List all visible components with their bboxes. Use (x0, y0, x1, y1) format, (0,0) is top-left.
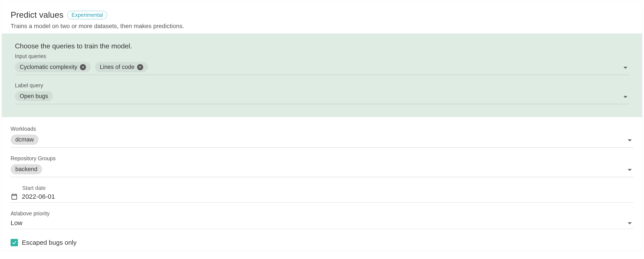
chip-lines-of-code: Lines of code ✕ (95, 62, 148, 72)
chip-dcmaw: dcmaw (10, 134, 39, 145)
chip-label: Open bugs (20, 93, 48, 100)
start-date-label: Start date (22, 185, 634, 191)
escaped-bugs-checkbox[interactable] (10, 239, 18, 246)
repo-groups-label: Repository Groups (10, 155, 634, 162)
chip-label: backend (15, 166, 37, 172)
experimental-badge: Experimental (68, 11, 107, 19)
training-heading: Choose the queries to train the model. (15, 42, 629, 50)
input-queries-select[interactable]: Cyclomatic complexity ✕ Lines of code ✕ (15, 61, 629, 75)
close-icon[interactable]: ✕ (80, 64, 86, 70)
page-subtitle: Trains a model on two or more datasets, … (10, 23, 634, 30)
escaped-bugs-row: Escaped bugs only (10, 237, 634, 248)
chip-open-bugs: Open bugs (15, 91, 53, 101)
priority-select[interactable]: Low (10, 218, 634, 229)
input-queries-label: Input queries (15, 53, 629, 60)
start-date-input[interactable]: 2022-06-01 (10, 192, 634, 202)
escaped-bugs-label: Escaped bugs only (22, 239, 77, 246)
chevron-down-icon[interactable] (628, 222, 632, 224)
repo-groups-select[interactable]: backend (10, 163, 634, 177)
predict-values-panel: Predict values Experimental Trains a mod… (2, 2, 642, 251)
chip-label: Cyclomatic complexity (20, 64, 77, 70)
chip-backend: backend (10, 164, 42, 174)
chevron-down-icon[interactable] (624, 96, 627, 98)
chevron-down-icon[interactable] (628, 169, 632, 171)
priority-value: Low (10, 219, 22, 226)
label-query-label: Label query (15, 82, 629, 88)
filters-section: Workloads dcmaw Repository Groups backen… (2, 117, 642, 250)
workloads-select[interactable]: dcmaw (10, 133, 634, 148)
panel-header: Predict values Experimental Trains a mod… (2, 2, 642, 34)
close-icon[interactable]: ✕ (137, 64, 143, 70)
chip-label: dcmaw (15, 136, 34, 143)
priority-label: At/above priority (10, 210, 634, 217)
workloads-label: Workloads (10, 126, 634, 132)
page-title: Predict values (10, 10, 64, 20)
label-query-select[interactable]: Open bugs (15, 90, 629, 104)
chip-label: Lines of code (100, 64, 134, 70)
training-section: Choose the queries to train the model. I… (2, 34, 642, 117)
chevron-down-icon[interactable] (624, 67, 627, 69)
chevron-down-icon[interactable] (628, 139, 632, 142)
calendar-icon (10, 193, 18, 200)
start-date-value: 2022-06-01 (22, 193, 55, 200)
chip-cyclomatic-complexity: Cyclomatic complexity ✕ (15, 62, 91, 72)
